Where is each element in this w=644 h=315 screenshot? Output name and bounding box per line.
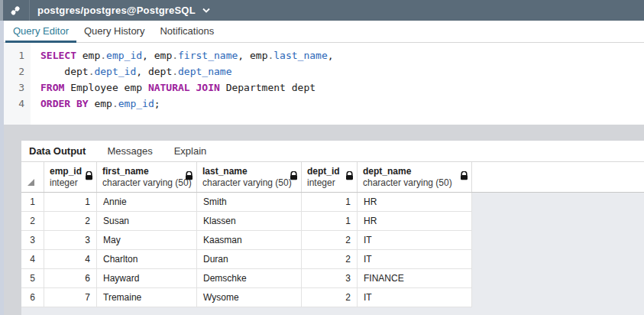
code-line[interactable]: 4ORDER BY emp.emp_id; [0, 96, 644, 112]
results-grid: emp_idintegerfirst_namecharacter varying… [21, 162, 644, 315]
output-tab-explain[interactable]: Explain [174, 145, 207, 157]
lock-icon [345, 170, 354, 183]
column-header-emp-id[interactable]: emp_idinteger [44, 162, 97, 192]
results-grid-header: emp_idintegerfirst_namecharacter varying… [21, 162, 644, 193]
cell-first-name[interactable]: Hayward [97, 269, 197, 288]
cell-last-name[interactable]: Wysome [197, 288, 302, 307]
cell-last-name[interactable]: Smith [197, 193, 302, 212]
column-type: integer [307, 177, 345, 189]
lock-icon [290, 170, 298, 183]
cell-first-name[interactable]: Charlton [97, 250, 197, 269]
select-all-corner[interactable] [21, 162, 44, 192]
titlebar-separator [29, 0, 30, 21]
row-number-cell[interactable]: 4 [21, 250, 44, 269]
code-lines[interactable]: 1SELECT emp.emp_id, emp.first_name, emp.… [0, 47, 644, 112]
table-row: 33MayKaasman2IT [21, 231, 644, 250]
output-tab-data-output[interactable]: Data Output [29, 145, 86, 157]
column-header-first-name[interactable]: first_namecharacter varying (50) [97, 162, 197, 192]
lock-icon [85, 170, 93, 183]
row-number-cell[interactable]: 6 [21, 288, 44, 307]
cell-dept-id[interactable]: 1 [302, 212, 358, 231]
cell-dept-name[interactable]: IT [358, 231, 472, 250]
tab-notifications[interactable]: Notifications [152, 21, 222, 43]
lock-icon [460, 170, 468, 183]
row-number-cell[interactable]: 1 [21, 193, 44, 212]
row-number-cell[interactable]: 2 [21, 212, 44, 231]
cell-dept-id[interactable]: 3 [302, 269, 358, 288]
cell-dept-id[interactable]: 2 [302, 288, 358, 307]
cell-emp-id[interactable]: 3 [44, 231, 97, 250]
line-number: 2 [0, 63, 31, 80]
cell-dept-id[interactable]: 2 [302, 231, 358, 250]
column-name: dept_name [363, 165, 459, 177]
tab-query-editor[interactable]: Query Editor [5, 21, 76, 43]
chevron-down-icon[interactable] [202, 8, 210, 13]
query-tool-window: postgres/postgres@PostgreSQL Query Edito… [0, 0, 644, 315]
cell-dept-name[interactable]: FINANCE [358, 269, 472, 288]
output-panel-tabbar: Data OutputMessagesExplain [21, 141, 644, 162]
column-header-dept-name[interactable]: dept_namecharacter varying (50) [358, 162, 472, 192]
code-text: dept.dept_id, dept.dept_name [31, 63, 232, 80]
code-line[interactable]: 2 dept.dept_id, dept.dept_name [0, 63, 644, 80]
line-number: 4 [0, 96, 31, 112]
table-row: 56HaywardDemschke3FINANCE [21, 269, 644, 288]
row-filler [472, 250, 644, 269]
cell-first-name[interactable]: Annie [97, 193, 197, 212]
lock-icon [185, 170, 193, 183]
code-text: SELECT emp.emp_id, emp.first_name, emp.l… [31, 47, 334, 63]
window-left-edge-top [0, 0, 3, 21]
header-filler [472, 162, 644, 192]
code-line[interactable]: 3FROM Employee emp NATURAL JOIN Departme… [0, 80, 644, 96]
row-filler [472, 193, 644, 212]
column-type: character varying (50) [102, 177, 184, 189]
column-header-last-name[interactable]: last_namecharacter varying (50) [197, 162, 302, 192]
column-name: first_name [102, 165, 184, 177]
row-number-cell[interactable]: 3 [21, 231, 44, 250]
table-row: 67TremaineWysome2IT [21, 288, 644, 307]
table-row: 44CharltonDuran2IT [21, 250, 644, 269]
column-header-dept-id[interactable]: dept_idinteger [302, 162, 358, 192]
table-row: 22SusanKlassen1HR [21, 212, 644, 231]
cell-dept-id[interactable]: 2 [302, 250, 358, 269]
connection-label[interactable]: postgres/postgres@PostgreSQL [37, 5, 196, 16]
cell-emp-id[interactable]: 6 [44, 269, 97, 288]
cell-last-name[interactable]: Kaasman [197, 231, 302, 250]
row-filler [472, 212, 644, 231]
cell-first-name[interactable]: May [97, 231, 197, 250]
cell-dept-name[interactable]: IT [358, 288, 472, 307]
output-tab-messages[interactable]: Messages [107, 145, 152, 157]
row-number-cell[interactable]: 5 [21, 269, 44, 288]
row-filler [472, 269, 644, 288]
cell-last-name[interactable]: Klassen [197, 212, 302, 231]
cell-dept-id[interactable]: 1 [302, 193, 358, 212]
cell-emp-id[interactable]: 2 [44, 212, 97, 231]
row-filler [472, 231, 644, 250]
cell-first-name[interactable]: Tremaine [97, 288, 197, 307]
cell-emp-id[interactable]: 1 [44, 193, 97, 212]
data-output-panel: Data OutputMessagesExplain emp_idinteger… [21, 141, 644, 315]
cell-emp-id[interactable]: 4 [44, 250, 97, 269]
results-grid-body: 11AnnieSmith1HR22SusanKlassen1HR33MayKaa… [21, 193, 644, 307]
column-type: character varying (50) [202, 177, 289, 189]
column-name: emp_id [50, 165, 84, 177]
main-tabbar: Query EditorQuery HistoryNotifications [0, 21, 644, 43]
cell-last-name[interactable]: Demschke [197, 269, 302, 288]
connection-titlebar: postgres/postgres@PostgreSQL [0, 0, 644, 21]
cell-emp-id[interactable]: 7 [44, 288, 97, 307]
cell-last-name[interactable]: Duran [197, 250, 302, 269]
window-left-edge [0, 21, 4, 315]
cell-dept-name[interactable]: HR [358, 193, 472, 212]
code-text: FROM Employee emp NATURAL JOIN Departmen… [31, 80, 316, 96]
cell-dept-name[interactable]: HR [358, 212, 472, 231]
column-name: dept_id [307, 165, 345, 177]
cell-first-name[interactable]: Susan [97, 212, 197, 231]
tab-query-history[interactable]: Query History [76, 21, 152, 43]
cell-dept-name[interactable]: IT [358, 250, 472, 269]
sql-editor[interactable]: 1SELECT emp.emp_id, emp.first_name, emp.… [0, 43, 644, 125]
column-type: integer [50, 177, 84, 189]
connection-plug-icon [8, 4, 22, 18]
line-number: 3 [0, 80, 31, 96]
column-type: character varying (50) [363, 177, 459, 189]
code-text: ORDER BY emp.emp_id; [31, 96, 160, 112]
code-line[interactable]: 1SELECT emp.emp_id, emp.first_name, emp.… [0, 47, 644, 63]
